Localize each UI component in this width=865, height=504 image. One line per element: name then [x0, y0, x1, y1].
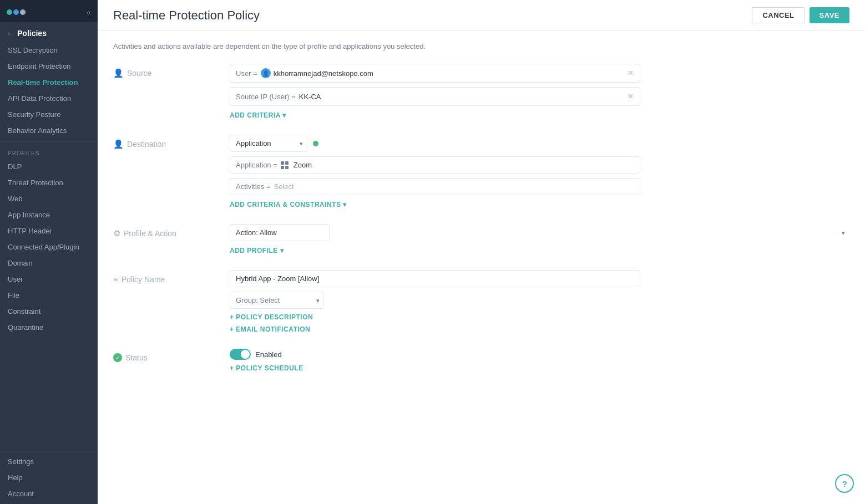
policy-name-label-text: Policy Name [122, 275, 165, 284]
add-profile-button[interactable]: ADD PROFILE ▾ [230, 247, 849, 254]
topbar: Real-time Protection Policy CANCEL SAVE [98, 0, 865, 31]
status-enabled-label: Enabled [255, 350, 282, 359]
sidebar-item-help[interactable]: Help [0, 470, 98, 486]
status-section: ✓ Status Enabled + POLICY SCHEDULE [113, 349, 849, 372]
sidebar-item-app-instance[interactable]: App Instance [0, 207, 98, 223]
destination-label-text: Destination [127, 140, 166, 149]
sidebar-item-threat-protection[interactable]: Threat Protection [0, 175, 98, 191]
source-ip-row: Source IP (User) = KK-CA × [230, 87, 640, 106]
info-text: Activities and actions available are dep… [113, 42, 849, 50]
user-email-value: kkhorramnejad@netskope.com [274, 69, 373, 78]
sidebar-item-settings[interactable]: Settings [0, 454, 98, 470]
status-check-icon: ✓ [113, 353, 122, 362]
sidebar-item-account[interactable]: Account [0, 486, 98, 502]
user-row-prefix: User = [236, 69, 257, 78]
ip-row-value: KK-CA [299, 93, 321, 101]
sidebar-bottom: Settings Help Account [0, 451, 98, 504]
sidebar-item-ssl-decryption[interactable]: SSL Decryption [0, 42, 98, 58]
sidebar-item-http-header[interactable]: HTTP Header [0, 223, 98, 239]
destination-type-row: Application Web Category Domain [230, 135, 640, 152]
source-section: 👤 Source User = 👤 kkhorramnejad@netskope… [113, 64, 849, 119]
destination-app-row: Application = Zoom [230, 156, 640, 174]
policy-name-icon: ≡ [113, 274, 118, 284]
sidebar-item-realtime-protection[interactable]: Real-time Protection [0, 74, 98, 90]
content-area: Activities and actions available are dep… [98, 31, 865, 504]
sidebar-item-constraint[interactable]: Constraint [0, 303, 98, 319]
user-row-close-button[interactable]: × [627, 68, 634, 78]
group-select[interactable]: Group: Select [230, 292, 324, 309]
sidebar-header: « [0, 0, 98, 22]
source-label-text: Source [127, 69, 151, 78]
destination-type-select[interactable]: Application Web Category Domain [230, 135, 307, 152]
user-row-value: 👤 kkhorramnejad@netskope.com [261, 68, 373, 78]
status-toggle-row: Enabled [230, 349, 849, 360]
destination-content: Application Web Category Domain Applicat… [230, 135, 849, 208]
sidebar-item-user[interactable]: User [0, 271, 98, 287]
destination-type-select-wrapper: Application Web Category Domain [230, 135, 307, 152]
sidebar-nav: SSL Decryption Endpoint Protection Real-… [0, 42, 98, 139]
policies-title-label: Policies [17, 29, 47, 38]
group-select-wrapper: Group: Select [230, 292, 324, 309]
profile-action-section: ⚙ Profile & Action Action: Allow Action:… [113, 224, 849, 254]
sidebar-policies-header: ← Policies [0, 22, 98, 42]
profile-action-label-text: Profile & Action [124, 229, 176, 238]
add-criteria-button[interactable]: ADD CRITERIA ▾ [230, 111, 849, 119]
profile-action-label: ⚙ Profile & Action [113, 224, 230, 238]
help-button[interactable]: ? [835, 474, 854, 493]
topbar-actions: CANCEL SAVE [752, 7, 849, 23]
app-row-value: Zoom [281, 161, 312, 169]
status-label-text: Status [125, 353, 148, 362]
ip-row-prefix: Source IP (User) = [236, 93, 296, 101]
app-row-prefix: Application = [236, 161, 277, 169]
destination-section: 👤 Destination Application Web Category D… [113, 135, 849, 208]
source-label: 👤 Source [113, 64, 230, 78]
sidebar-item-quarantine[interactable]: Quarantine [0, 319, 98, 335]
destination-activities-row: Activities = Select [230, 178, 640, 195]
sidebar-item-endpoint-protection[interactable]: Endpoint Protection [0, 58, 98, 74]
sidebar-item-web[interactable]: Web [0, 191, 98, 207]
profiles-section-label: PROFILES [0, 144, 98, 159]
main-area: Real-time Protection Policy CANCEL SAVE … [98, 0, 865, 504]
app-grid-icon [281, 161, 289, 169]
status-content: Enabled + POLICY SCHEDULE [230, 349, 849, 372]
logo [7, 9, 27, 15]
action-select-wrapper: Action: Allow Action: Block Action: Aler… [230, 224, 849, 241]
destination-status-dot [313, 141, 318, 146]
sidebar-item-security-posture[interactable]: Security Posture [0, 106, 98, 123]
profile-action-icon: ⚙ [113, 228, 120, 238]
user-avatar-icon: 👤 [261, 68, 271, 78]
activities-value[interactable]: Select [274, 182, 294, 191]
add-policy-description-button[interactable]: + POLICY DESCRIPTION [230, 313, 849, 321]
sidebar-profiles: DLP Threat Protection Web App Instance H… [0, 159, 98, 335]
add-policy-schedule-button[interactable]: + POLICY SCHEDULE [230, 364, 849, 372]
sidebar-collapse-icon[interactable]: « [87, 8, 91, 17]
sidebar-item-connected-app[interactable]: Connected App/Plugin [0, 239, 98, 255]
policy-name-section: ≡ Policy Name Group: Select + POLICY DES… [113, 270, 849, 333]
profile-action-content: Action: Allow Action: Block Action: Aler… [230, 224, 849, 254]
policy-name-input[interactable] [230, 270, 640, 287]
add-criteria-constraints-button[interactable]: ADD CRITERIA & CONSTRAINTS ▾ [230, 201, 849, 208]
status-toggle[interactable] [230, 349, 251, 360]
sidebar-item-api-data-protection[interactable]: API Data Protection [0, 90, 98, 106]
add-email-notification-button[interactable]: + EMAIL NOTIFICATION [230, 325, 849, 333]
policy-name-content: Group: Select + POLICY DESCRIPTION + EMA… [230, 270, 849, 333]
save-button[interactable]: SAVE [810, 7, 849, 23]
sidebar-item-domain[interactable]: Domain [0, 255, 98, 271]
page-title: Real-time Protection Policy [113, 8, 260, 23]
sidebar: « ← Policies SSL Decryption Endpoint Pro… [0, 0, 98, 504]
status-label: ✓ Status [113, 349, 230, 362]
policy-name-label: ≡ Policy Name [113, 270, 230, 284]
action-select[interactable]: Action: Allow Action: Block Action: Aler… [230, 224, 330, 241]
destination-label: 👤 Destination [113, 135, 230, 149]
source-content: User = 👤 kkhorramnejad@netskope.com × So… [230, 64, 849, 119]
activities-prefix: Activities = [236, 182, 271, 191]
cancel-button[interactable]: CANCEL [752, 7, 805, 23]
sidebar-item-behavior-analytics[interactable]: Behavior Analytics [0, 123, 98, 139]
back-arrow-icon[interactable]: ← [7, 29, 14, 38]
destination-icon: 👤 [113, 139, 124, 149]
sidebar-item-file[interactable]: File [0, 287, 98, 303]
ip-row-close-button[interactable]: × [627, 91, 634, 101]
sidebar-item-dlp[interactable]: DLP [0, 159, 98, 175]
source-user-row: User = 👤 kkhorramnejad@netskope.com × [230, 64, 640, 83]
group-select-row: Group: Select [230, 292, 849, 309]
